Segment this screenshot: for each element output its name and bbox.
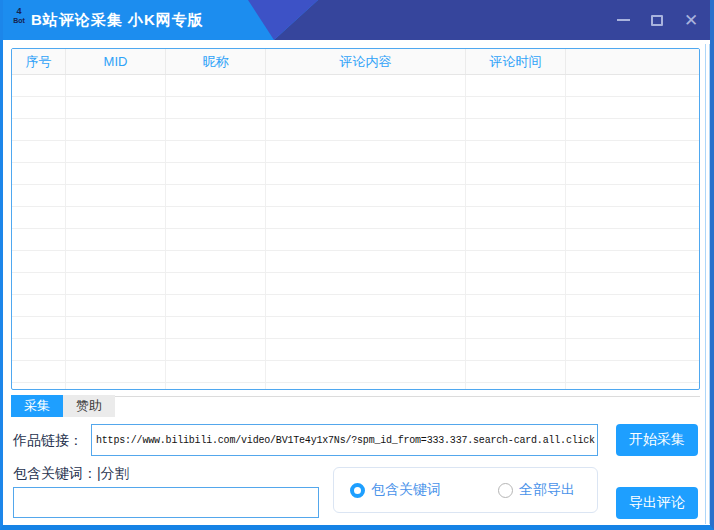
link-input[interactable]: https://www.bilibili.com/video/BV1Te4y1x… bbox=[91, 424, 598, 456]
table-cell bbox=[12, 75, 66, 96]
table-cell bbox=[66, 229, 166, 250]
table-cell-filler bbox=[566, 383, 699, 390]
tabstrip: 采集 赞助 bbox=[11, 395, 115, 417]
table-cell bbox=[66, 383, 166, 390]
table-row[interactable] bbox=[12, 361, 699, 383]
table-row[interactable] bbox=[12, 163, 699, 185]
table-cell bbox=[466, 207, 566, 228]
logo-text-top: 4 bbox=[9, 7, 29, 16]
column-header-4[interactable]: 评论时间 bbox=[466, 49, 566, 74]
table-cell bbox=[12, 163, 66, 184]
table-cell-filler bbox=[566, 141, 699, 162]
table-cell-filler bbox=[566, 361, 699, 382]
table-cell bbox=[166, 75, 266, 96]
tab-sponsor[interactable]: 赞助 bbox=[63, 395, 115, 417]
table-cell-filler bbox=[566, 229, 699, 250]
table-cell bbox=[12, 141, 66, 162]
table-cell bbox=[166, 119, 266, 140]
table-header-row: 序号MID昵称评论内容评论时间 bbox=[12, 49, 699, 75]
vertical-scrollbar[interactable] bbox=[705, 44, 710, 524]
table-cell bbox=[166, 185, 266, 206]
table-row[interactable] bbox=[12, 317, 699, 339]
table-cell-filler bbox=[566, 251, 699, 272]
table-cell bbox=[66, 141, 166, 162]
table-cell bbox=[266, 229, 466, 250]
table-body[interactable] bbox=[12, 75, 699, 390]
table-cell-filler bbox=[566, 185, 699, 206]
column-header-0[interactable]: 序号 bbox=[12, 49, 66, 74]
keyword-input[interactable] bbox=[13, 487, 319, 518]
table-cell bbox=[466, 383, 566, 390]
app-window: 4 Bot B站评论采集 小K网专版 ✕ 序号MID昵称评论内容评论时间 采集 … bbox=[0, 0, 714, 530]
table-cell bbox=[466, 97, 566, 118]
table-cell bbox=[66, 339, 166, 360]
column-header-2[interactable]: 昵称 bbox=[166, 49, 266, 74]
table-cell-filler bbox=[566, 119, 699, 140]
radio-include-keywords[interactable]: 包含关键词 bbox=[350, 481, 441, 499]
table-cell bbox=[166, 295, 266, 316]
radio-selected-icon bbox=[350, 483, 365, 498]
table-cell bbox=[166, 163, 266, 184]
table-cell bbox=[166, 383, 266, 390]
table-cell bbox=[266, 295, 466, 316]
table-cell bbox=[66, 185, 166, 206]
table-row[interactable] bbox=[12, 383, 699, 390]
maximize-icon[interactable] bbox=[648, 11, 666, 29]
table-cell bbox=[12, 339, 66, 360]
table-row[interactable] bbox=[12, 251, 699, 273]
radio-export-all[interactable]: 全部导出 bbox=[498, 481, 575, 499]
table-cell bbox=[12, 273, 66, 294]
table-row[interactable] bbox=[12, 339, 699, 361]
table-cell bbox=[266, 185, 466, 206]
table-row[interactable] bbox=[12, 207, 699, 229]
table-cell bbox=[266, 163, 466, 184]
table-cell bbox=[266, 141, 466, 162]
table-row[interactable] bbox=[12, 119, 699, 141]
window-controls: ✕ bbox=[614, 0, 700, 40]
table-cell bbox=[266, 75, 466, 96]
table-cell bbox=[12, 97, 66, 118]
table-row[interactable] bbox=[12, 295, 699, 317]
table-cell bbox=[12, 185, 66, 206]
table-cell bbox=[466, 273, 566, 294]
table-row[interactable] bbox=[12, 141, 699, 163]
table-row[interactable] bbox=[12, 185, 699, 207]
comments-table: 序号MID昵称评论内容评论时间 bbox=[11, 48, 700, 390]
column-header-1[interactable]: MID bbox=[66, 49, 166, 74]
table-cell bbox=[466, 317, 566, 338]
radio-export-all-label: 全部导出 bbox=[519, 481, 575, 499]
table-row[interactable] bbox=[12, 229, 699, 251]
table-cell bbox=[466, 361, 566, 382]
table-cell bbox=[466, 295, 566, 316]
table-cell bbox=[266, 383, 466, 390]
start-collect-button[interactable]: 开始采集 bbox=[616, 424, 698, 456]
table-cell-filler bbox=[566, 317, 699, 338]
logo-text-bottom: Bot bbox=[9, 17, 29, 24]
table-cell-filler bbox=[566, 75, 699, 96]
export-comments-button[interactable]: 导出评论 bbox=[616, 487, 698, 519]
radio-unselected-icon bbox=[498, 483, 513, 498]
table-cell-filler bbox=[566, 273, 699, 294]
table-cell bbox=[12, 229, 66, 250]
table-cell bbox=[266, 273, 466, 294]
table-row[interactable] bbox=[12, 97, 699, 119]
table-row[interactable] bbox=[12, 273, 699, 295]
table-cell bbox=[166, 229, 266, 250]
radio-include-keywords-label: 包含关键词 bbox=[371, 481, 441, 499]
window-title: B站评论采集 小K网专版 bbox=[31, 0, 204, 40]
table-cell bbox=[66, 251, 166, 272]
table-cell bbox=[266, 207, 466, 228]
table-cell bbox=[166, 97, 266, 118]
table-cell bbox=[66, 119, 166, 140]
column-header-3[interactable]: 评论内容 bbox=[266, 49, 466, 74]
table-cell bbox=[66, 295, 166, 316]
tab-collect[interactable]: 采集 bbox=[11, 395, 63, 417]
minimize-icon[interactable] bbox=[614, 11, 632, 29]
table-cell bbox=[466, 229, 566, 250]
table-cell bbox=[266, 119, 466, 140]
close-icon[interactable]: ✕ bbox=[682, 11, 700, 29]
table-cell bbox=[266, 317, 466, 338]
table-cell bbox=[166, 317, 266, 338]
table-row[interactable] bbox=[12, 75, 699, 97]
table-cell bbox=[266, 251, 466, 272]
